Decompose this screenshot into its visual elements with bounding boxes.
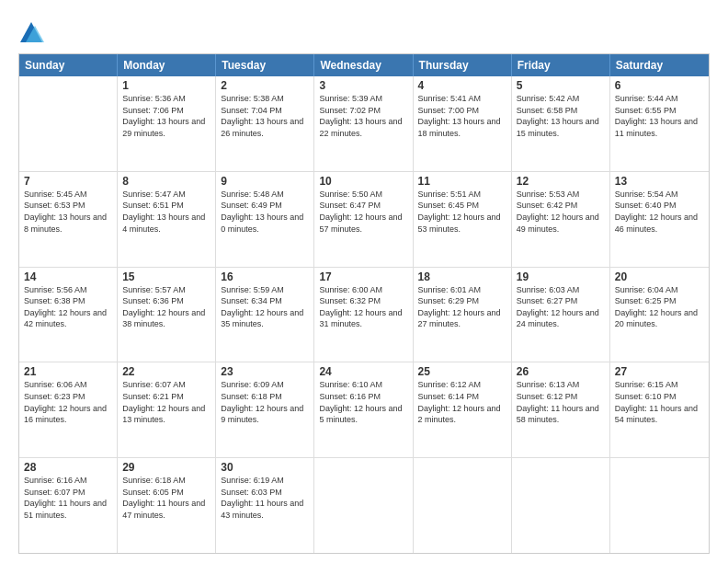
day-header: Wednesday (314, 54, 413, 76)
header (18, 17, 710, 46)
cell-date: 24 (319, 365, 407, 378)
calendar-cell: 10 Sunrise: 5:50 AMSunset: 6:47 PMDaylig… (314, 172, 413, 267)
calendar-cell: 22 Sunrise: 6:07 AMSunset: 6:21 PMDaylig… (118, 362, 216, 457)
calendar-cell: 9 Sunrise: 5:48 AMSunset: 6:49 PMDayligh… (216, 172, 314, 267)
cell-date: 25 (418, 365, 506, 378)
cell-info: Sunrise: 6:04 AMSunset: 6:25 PMDaylight:… (615, 284, 704, 330)
calendar-cell: 3 Sunrise: 5:39 AMSunset: 7:02 PMDayligh… (314, 76, 413, 171)
calendar-week: 21 Sunrise: 6:06 AMSunset: 6:23 PMDaylig… (19, 362, 709, 457)
cell-date: 5 (517, 79, 605, 92)
calendar-cell: 27 Sunrise: 6:15 AMSunset: 6:10 PMDaylig… (610, 362, 709, 457)
cell-date: 11 (418, 175, 506, 188)
cell-date: 21 (24, 365, 112, 378)
cell-date: 6 (615, 79, 704, 92)
cell-info: Sunrise: 6:01 AMSunset: 6:29 PMDaylight:… (418, 284, 506, 330)
calendar-cell (610, 458, 709, 553)
cell-date: 18 (418, 270, 506, 283)
cell-info: Sunrise: 5:44 AMSunset: 6:55 PMDaylight:… (615, 93, 704, 139)
cell-info: Sunrise: 5:56 AMSunset: 6:38 PMDaylight:… (24, 284, 112, 330)
calendar-week: 28 Sunrise: 6:16 AMSunset: 6:07 PMDaylig… (19, 457, 709, 553)
calendar-cell: 30 Sunrise: 6:19 AMSunset: 6:03 PMDaylig… (216, 458, 314, 553)
day-header: Saturday (610, 54, 709, 76)
calendar-cell: 17 Sunrise: 6:00 AMSunset: 6:32 PMDaylig… (314, 268, 413, 362)
cell-date: 17 (319, 270, 407, 283)
cell-date: 26 (517, 365, 605, 378)
calendar-cell: 29 Sunrise: 6:18 AMSunset: 6:05 PMDaylig… (118, 458, 216, 553)
cell-date: 30 (221, 461, 309, 474)
cell-date: 13 (615, 175, 704, 188)
cell-date: 16 (221, 270, 309, 283)
cell-info: Sunrise: 5:51 AMSunset: 6:45 PMDaylight:… (418, 189, 506, 235)
cell-info: Sunrise: 5:45 AMSunset: 6:53 PMDaylight:… (24, 189, 112, 235)
cell-info: Sunrise: 6:09 AMSunset: 6:18 PMDaylight:… (221, 379, 309, 425)
page: SundayMondayTuesdayWednesdayThursdayFrid… (0, 0, 728, 563)
calendar-cell: 14 Sunrise: 5:56 AMSunset: 6:38 PMDaylig… (19, 268, 118, 362)
cell-info: Sunrise: 6:10 AMSunset: 6:16 PMDaylight:… (319, 379, 407, 425)
cell-date: 2 (221, 79, 309, 92)
calendar-cell: 12 Sunrise: 5:53 AMSunset: 6:42 PMDaylig… (512, 172, 610, 267)
day-header: Monday (118, 54, 216, 76)
calendar-cell (414, 458, 512, 553)
calendar-cell (19, 76, 118, 171)
cell-info: Sunrise: 5:38 AMSunset: 7:04 PMDaylight:… (221, 93, 309, 139)
cell-date: 15 (122, 270, 210, 283)
cell-date: 12 (517, 175, 605, 188)
cell-info: Sunrise: 6:12 AMSunset: 6:14 PMDaylight:… (418, 379, 506, 425)
cell-info: Sunrise: 5:39 AMSunset: 7:02 PMDaylight:… (319, 93, 407, 139)
calendar-cell: 6 Sunrise: 5:44 AMSunset: 6:55 PMDayligh… (610, 76, 709, 171)
day-header: Sunday (19, 54, 118, 76)
calendar-cell: 5 Sunrise: 5:42 AMSunset: 6:58 PMDayligh… (512, 76, 610, 171)
cell-date: 8 (122, 175, 210, 188)
cell-date: 1 (122, 79, 210, 92)
calendar-cell: 1 Sunrise: 5:36 AMSunset: 7:06 PMDayligh… (118, 76, 216, 171)
calendar-cell: 16 Sunrise: 5:59 AMSunset: 6:34 PMDaylig… (216, 268, 314, 362)
calendar-cell: 28 Sunrise: 6:16 AMSunset: 6:07 PMDaylig… (19, 458, 118, 553)
cell-date: 19 (517, 270, 605, 283)
calendar-cell: 2 Sunrise: 5:38 AMSunset: 7:04 PMDayligh… (216, 76, 314, 171)
calendar-cell: 20 Sunrise: 6:04 AMSunset: 6:25 PMDaylig… (610, 268, 709, 362)
cell-info: Sunrise: 6:06 AMSunset: 6:23 PMDaylight:… (24, 379, 112, 425)
logo-icon (18, 20, 44, 46)
calendar-header: SundayMondayTuesdayWednesdayThursdayFrid… (19, 54, 709, 76)
calendar-body: 1 Sunrise: 5:36 AMSunset: 7:06 PMDayligh… (19, 76, 709, 553)
cell-info: Sunrise: 5:57 AMSunset: 6:36 PMDaylight:… (122, 284, 210, 330)
cell-info: Sunrise: 5:53 AMSunset: 6:42 PMDaylight:… (517, 189, 605, 235)
cell-info: Sunrise: 5:47 AMSunset: 6:51 PMDaylight:… (122, 189, 210, 235)
calendar-cell: 15 Sunrise: 5:57 AMSunset: 6:36 PMDaylig… (118, 268, 216, 362)
cell-date: 22 (122, 365, 210, 378)
cell-info: Sunrise: 6:18 AMSunset: 6:05 PMDaylight:… (122, 475, 210, 521)
calendar-cell: 4 Sunrise: 5:41 AMSunset: 7:00 PMDayligh… (414, 76, 512, 171)
calendar-cell: 26 Sunrise: 6:13 AMSunset: 6:12 PMDaylig… (512, 362, 610, 457)
calendar-cell: 25 Sunrise: 6:12 AMSunset: 6:14 PMDaylig… (414, 362, 512, 457)
cell-date: 14 (24, 270, 112, 283)
cell-date: 20 (615, 270, 704, 283)
calendar-cell: 21 Sunrise: 6:06 AMSunset: 6:23 PMDaylig… (19, 362, 118, 457)
calendar-cell: 23 Sunrise: 6:09 AMSunset: 6:18 PMDaylig… (216, 362, 314, 457)
cell-info: Sunrise: 6:13 AMSunset: 6:12 PMDaylight:… (517, 379, 605, 425)
calendar-cell: 24 Sunrise: 6:10 AMSunset: 6:16 PMDaylig… (314, 362, 413, 457)
calendar-cell: 7 Sunrise: 5:45 AMSunset: 6:53 PMDayligh… (19, 172, 118, 267)
cell-info: Sunrise: 5:36 AMSunset: 7:06 PMDaylight:… (122, 93, 210, 139)
cell-info: Sunrise: 5:42 AMSunset: 6:58 PMDaylight:… (517, 93, 605, 139)
calendar-cell (314, 458, 413, 553)
calendar-cell: 8 Sunrise: 5:47 AMSunset: 6:51 PMDayligh… (118, 172, 216, 267)
logo (18, 20, 48, 46)
calendar-cell: 13 Sunrise: 5:54 AMSunset: 6:40 PMDaylig… (610, 172, 709, 267)
cell-date: 9 (221, 175, 309, 188)
calendar-cell: 11 Sunrise: 5:51 AMSunset: 6:45 PMDaylig… (414, 172, 512, 267)
day-header: Tuesday (216, 54, 314, 76)
cell-info: Sunrise: 5:41 AMSunset: 7:00 PMDaylight:… (418, 93, 506, 139)
cell-date: 10 (319, 175, 407, 188)
calendar-week: 14 Sunrise: 5:56 AMSunset: 6:38 PMDaylig… (19, 267, 709, 362)
cell-info: Sunrise: 6:00 AMSunset: 6:32 PMDaylight:… (319, 284, 407, 330)
cell-info: Sunrise: 5:59 AMSunset: 6:34 PMDaylight:… (221, 284, 309, 330)
cell-info: Sunrise: 6:16 AMSunset: 6:07 PMDaylight:… (24, 475, 112, 521)
cell-date: 3 (319, 79, 407, 92)
cell-date: 7 (24, 175, 112, 188)
cell-info: Sunrise: 5:50 AMSunset: 6:47 PMDaylight:… (319, 189, 407, 235)
cell-date: 28 (24, 461, 112, 474)
cell-date: 23 (221, 365, 309, 378)
cell-info: Sunrise: 5:48 AMSunset: 6:49 PMDaylight:… (221, 189, 309, 235)
day-header: Thursday (414, 54, 512, 76)
cell-info: Sunrise: 6:15 AMSunset: 6:10 PMDaylight:… (615, 379, 704, 425)
